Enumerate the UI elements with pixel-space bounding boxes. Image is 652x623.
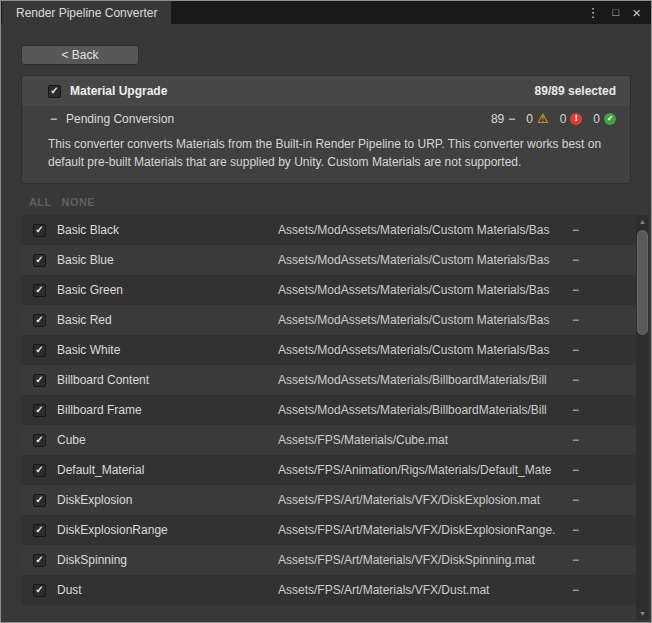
item-name: Basic Green — [57, 283, 278, 297]
material-row[interactable]: ✓ Billboard Content Assets/ModAssets/Mat… — [21, 365, 636, 395]
window-content: < Back ✓ Material Upgrade 89/89 selected… — [1, 24, 651, 622]
item-status-minus-icon: − — [572, 433, 636, 447]
maximize-icon[interactable]: □ — [613, 7, 620, 18]
item-status-minus-icon: − — [572, 253, 636, 267]
selection-controls: ALL NONE — [29, 196, 651, 208]
check-icon: ✓ — [35, 465, 43, 475]
item-status-minus-icon: − — [572, 373, 636, 387]
item-name: Billboard Content — [57, 373, 278, 387]
material-checkbox[interactable]: ✓ — [33, 254, 46, 267]
select-all-button[interactable]: ALL — [29, 196, 52, 208]
item-path: Assets/ModAssets/Materials/BillboardMate… — [278, 403, 572, 417]
item-path: Assets/ModAssets/Materials/Custom Materi… — [278, 283, 572, 297]
item-path: Assets/FPS/Art/Materials/VFX/DiskExplosi… — [278, 523, 572, 537]
materials-list: ✓ Basic Black Assets/ModAssets/Materials… — [21, 215, 636, 605]
material-checkbox[interactable]: ✓ — [33, 584, 46, 597]
item-path: Assets/FPS/Art/Materials/VFX/DiskSpinnin… — [278, 553, 572, 567]
pending-count-group: 89 − — [491, 112, 515, 126]
window-title: Render Pipeline Converter — [16, 6, 157, 20]
check-icon: ✓ — [35, 585, 43, 595]
scrollbar[interactable]: ▲ ▼ — [636, 215, 649, 620]
scroll-up-arrow-icon[interactable]: ▲ — [636, 215, 649, 228]
material-row[interactable]: ✓ Default_Material Assets/FPS/Animation/… — [21, 455, 636, 485]
material-row[interactable]: ✓ Basic Blue Assets/ModAssets/Materials/… — [21, 245, 636, 275]
item-status-minus-icon: − — [572, 343, 636, 357]
item-path: Assets/FPS/Animation/Rigs/Materials/Defa… — [278, 463, 572, 477]
material-row[interactable]: ✓ Basic Red Assets/ModAssets/Materials/C… — [21, 305, 636, 335]
item-name: Dust — [57, 583, 278, 597]
error-count-group: 0 ! — [560, 112, 583, 126]
material-checkbox[interactable]: ✓ — [33, 374, 46, 387]
material-checkbox[interactable]: ✓ — [33, 554, 46, 567]
item-status-minus-icon: − — [572, 493, 636, 507]
warning-icon: ⚠ — [537, 112, 549, 125]
material-checkbox[interactable]: ✓ — [33, 344, 46, 357]
item-path: Assets/FPS/Art/Materials/VFX/Dust.mat — [278, 583, 572, 597]
material-checkbox[interactable]: ✓ — [33, 524, 46, 537]
selected-count: 89/89 selected — [535, 84, 616, 98]
material-row[interactable]: ✓ Basic White Assets/ModAssets/Materials… — [21, 335, 636, 365]
success-count-group: 0 ✓ — [593, 112, 616, 126]
scrollbar-thumb[interactable] — [637, 230, 648, 335]
item-name: Basic Black — [57, 223, 278, 237]
pending-stats: 89 − 0 ⚠ 0 ! 0 ✓ — [480, 112, 616, 126]
item-name: Basic White — [57, 343, 278, 357]
select-none-button[interactable]: NONE — [62, 196, 95, 208]
item-name: Billboard Frame — [57, 403, 278, 417]
item-path: Assets/ModAssets/Materials/Custom Materi… — [278, 343, 572, 357]
material-checkbox[interactable]: ✓ — [33, 284, 46, 297]
material-row[interactable]: ✓ Billboard Frame Assets/ModAssets/Mater… — [21, 395, 636, 425]
check-icon: ✓ — [35, 405, 43, 415]
material-row[interactable]: ✓ DiskSpinning Assets/FPS/Art/Materials/… — [21, 545, 636, 575]
pending-conversion-row[interactable]: − Pending Conversion 89 − 0 ⚠ 0 ! — [22, 106, 630, 131]
scroll-down-arrow-icon[interactable]: ▼ — [636, 607, 649, 620]
error-count: 0 — [560, 112, 567, 126]
material-checkbox[interactable]: ✓ — [33, 464, 46, 477]
kebab-menu-icon[interactable]: ⋮ — [587, 6, 600, 19]
item-name: DiskExplosionRange — [57, 523, 278, 537]
check-icon: ✓ — [35, 375, 43, 385]
success-icon: ✓ — [604, 113, 616, 125]
converter-panel: ✓ Material Upgrade 89/89 selected − Pend… — [21, 75, 631, 184]
error-icon: ! — [570, 113, 582, 125]
material-checkbox[interactable]: ✓ — [33, 224, 46, 237]
material-row[interactable]: ✓ Basic Black Assets/ModAssets/Materials… — [21, 215, 636, 245]
item-path: Assets/ModAssets/Materials/Custom Materi… — [278, 313, 572, 327]
item-name: DiskExplosion — [57, 493, 278, 507]
check-icon: ✓ — [35, 555, 43, 565]
item-status-minus-icon: − — [572, 583, 636, 597]
item-path: Assets/FPS/Art/Materials/VFX/DiskExplosi… — [278, 493, 572, 507]
converter-header: ✓ Material Upgrade 89/89 selected — [22, 76, 630, 106]
item-status-minus-icon: − — [572, 463, 636, 477]
check-icon: ✓ — [35, 435, 43, 445]
item-status-minus-icon: − — [572, 403, 636, 417]
material-checkbox[interactable]: ✓ — [33, 434, 46, 447]
check-icon: ✓ — [35, 255, 43, 265]
material-checkbox[interactable]: ✓ — [33, 314, 46, 327]
item-path: Assets/FPS/Materials/Cube.mat — [278, 433, 572, 447]
item-status-minus-icon: − — [572, 313, 636, 327]
check-icon: ✓ — [35, 225, 43, 235]
item-name: Basic Red — [57, 313, 278, 327]
material-row[interactable]: ✓ Cube Assets/FPS/Materials/Cube.mat − — [21, 425, 636, 455]
back-button[interactable]: < Back — [21, 45, 139, 65]
title-bar: Render Pipeline Converter ⋮ □ × — [1, 1, 651, 24]
material-row[interactable]: ✓ DiskExplosionRange Assets/FPS/Art/Mate… — [21, 515, 636, 545]
item-status-minus-icon: − — [572, 223, 636, 237]
close-icon[interactable]: × — [632, 5, 641, 20]
material-row[interactable]: ✓ Dust Assets/FPS/Art/Materials/VFX/Dust… — [21, 575, 636, 605]
item-name: Basic Blue — [57, 253, 278, 267]
check-icon: ✓ — [35, 315, 43, 325]
material-checkbox[interactable]: ✓ — [33, 404, 46, 417]
converter-title: Material Upgrade — [70, 84, 167, 98]
window-tab[interactable]: Render Pipeline Converter — [2, 1, 171, 24]
material-upgrade-checkbox[interactable]: ✓ — [48, 85, 61, 98]
material-row[interactable]: ✓ DiskExplosion Assets/FPS/Art/Materials… — [21, 485, 636, 515]
item-status-minus-icon: − — [572, 283, 636, 297]
check-icon: ✓ — [35, 285, 43, 295]
warning-count-group: 0 ⚠ — [526, 112, 548, 126]
pending-label: Pending Conversion — [66, 112, 174, 126]
item-path: Assets/ModAssets/Materials/Custom Materi… — [278, 253, 572, 267]
material-row[interactable]: ✓ Basic Green Assets/ModAssets/Materials… — [21, 275, 636, 305]
material-checkbox[interactable]: ✓ — [33, 494, 46, 507]
